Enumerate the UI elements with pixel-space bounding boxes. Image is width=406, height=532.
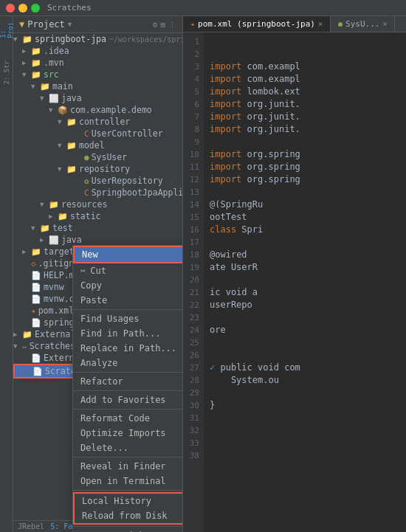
line-number: 18 [183, 249, 199, 261]
code-text: @ [210, 199, 215, 210]
tree-label: .idea [44, 46, 69, 56]
java-source-icon: ⬜ [49, 235, 59, 245]
context-menu-item-analyze[interactable]: Analyze ▶ [73, 356, 183, 370]
md-icon: 📄 [31, 271, 41, 280]
tree-item-idea[interactable]: ▶ 📁 .idea [13, 45, 182, 57]
tree-item-test[interactable]: ▼ 📁 test [13, 222, 182, 234]
tree-label: resources [61, 199, 107, 210]
tree-label: mvnw [44, 282, 64, 292]
context-menu-item-localhistory[interactable]: Local History ▶ [75, 494, 183, 508]
sidebar-icon-structure[interactable]: 2: Str [1, 58, 13, 88]
find-usages-label: Find Usages [80, 314, 139, 324]
tree-item-userrepo[interactable]: ✿ UserRepository [13, 175, 182, 187]
tab-close-icon[interactable]: × [382, 20, 387, 28]
line-number: 23 [183, 311, 199, 324]
code-content: 1 2 3 4 5 6 7 8 9 10 11 12 13 14 15 16 1… [183, 32, 406, 532]
code-line: @owired [210, 249, 400, 261]
tree-item-test-java[interactable]: ▶ ⬜ java [13, 234, 182, 246]
tree-item-repository[interactable]: ▼ 📁 repository [13, 163, 182, 175]
tree-item-controller[interactable]: ▼ 📁 controller [13, 116, 182, 128]
tree-item-src[interactable]: ▼ 📁 src [13, 69, 182, 80]
line-number: 8 [183, 123, 199, 136]
java-file-icon: C [84, 188, 89, 198]
context-menu-item-copy[interactable]: Copy [73, 278, 183, 293]
context-menu-item-reformat[interactable]: Reformat Code ⌥⌘L [73, 411, 183, 426]
context-menu-item-addfavorites[interactable]: Add to Favorites ▶ [73, 393, 183, 407]
code-line: ore [210, 324, 400, 336]
context-menu-item-new[interactable]: New ▶ [73, 246, 183, 263]
tree-item-springboot[interactable]: ▼ 📁 springboot-jpa ~/workspaces/springbo… [13, 33, 182, 45]
annotation: @ [210, 249, 215, 260]
expand-icon[interactable]: ⊞ [160, 20, 165, 30]
title-bar: Scratches [0, 0, 406, 16]
close-button[interactable] [6, 4, 15, 13]
tree-item-mvn[interactable]: ▶ 📁 .mvn [13, 57, 182, 69]
maximize-button[interactable] [31, 4, 40, 13]
tree-item-resources[interactable]: ▼ 📁 resources [13, 198, 182, 210]
tree-item-sysuser[interactable]: ● SysUser [13, 151, 182, 163]
gear-icon[interactable]: ⚙ [153, 20, 158, 30]
tree-item-main[interactable]: ▼ 📁 main [13, 80, 182, 92]
context-menu-item-findinpath[interactable]: Find in Path... [73, 326, 183, 341]
tree-label: pom.xml [38, 305, 74, 316]
cut-label: Cut [90, 266, 106, 276]
expand-arrow: ▼ [49, 106, 58, 114]
context-menu-item-reloaddisk[interactable]: Reload from Disk [75, 508, 183, 523]
code-line: import org.spring [210, 173, 400, 186]
keyword: import [210, 99, 241, 109]
tree-item-java[interactable]: ▼ ⬜ java [13, 92, 182, 104]
line-number: 33 [183, 437, 199, 449]
tree-item-package[interactable]: ▼ 📦 com.example.demo [13, 104, 182, 116]
tree-label: test [52, 223, 73, 233]
tree-item-usercontroller[interactable]: C UserController [13, 128, 182, 139]
expand-arrow: ▶ [13, 331, 22, 338]
expand-arrow: ▶ [22, 47, 31, 55]
delete-label: Delete... [80, 443, 128, 453]
tab-sysuser[interactable]: ● SysU... × [331, 16, 395, 32]
expand-arrow: ▼ [58, 165, 66, 173]
line-number: 4 [183, 73, 199, 86]
project-panel: ▼ Project ▼ ⚙ ⊞ ⋮ ▼ 📁 springboot-jpa ~/w… [13, 16, 183, 532]
more-icon[interactable]: ⋮ [168, 20, 176, 30]
sidebar-icon-project[interactable]: 1:Proj [1, 19, 13, 41]
context-menu-item-optimizeimports[interactable]: Optimize Imports ^⌥O [73, 426, 183, 441]
context-menu-item-replaceinpath[interactable]: Replace in Path... ⇧⌘R [73, 341, 183, 356]
reload-disk-label: Reload from Disk [82, 511, 168, 521]
reformat-label: Reformat Code [80, 413, 150, 424]
expand-arrow: ▶ [22, 248, 31, 255]
code-line: import lombok.ext [210, 86, 400, 98]
menu-item-label: Replace in Path... [80, 343, 176, 353]
tree-item-model[interactable]: ▼ 📁 model [13, 139, 182, 151]
folder-icon: 📁 [66, 117, 77, 127]
package-icon: 📦 [58, 106, 68, 115]
code-line: ate UserR [210, 261, 400, 274]
context-menu-item-refactor[interactable]: Refactor ▶ [73, 374, 183, 389]
code-editor-text[interactable]: import com.exampl import com.exampl impo… [204, 32, 406, 532]
menu-item-label: Paste [80, 295, 107, 305]
folder-icon: 📁 [22, 35, 32, 44]
line-number: 10 [183, 148, 199, 161]
context-menu-item-delete[interactable]: Delete... [73, 441, 183, 455]
tab-pomxml[interactable]: ✦ pom.xml (springboot-jpa) × [183, 16, 331, 32]
code-line [210, 35, 400, 48]
jrebel-label: JRebel [18, 522, 44, 531]
file-icon: 📄 [31, 294, 41, 304]
context-menu-item-openterminal[interactable]: Open in Terminal [73, 474, 183, 488]
tree-item-static[interactable]: ▶ 📁 static [13, 210, 182, 222]
tab-close-icon[interactable]: × [318, 20, 323, 28]
keyword: import [210, 124, 241, 134]
code-line: import org.junit. [210, 123, 400, 136]
keyword: class [210, 224, 236, 235]
line-number: 5 [183, 86, 199, 98]
window-controls[interactable] [6, 4, 40, 13]
expand-arrow: ▼ [31, 83, 40, 90]
open-terminal-label: Open in Terminal [80, 476, 166, 486]
context-menu-item-paste[interactable]: Paste ⌘V [73, 293, 183, 308]
context-menu-item-findusages[interactable]: Find Usages ⌥F7 [73, 311, 183, 326]
code-line [210, 311, 400, 324]
context-menu-item-comparewith[interactable]: Compare With... ⌘D [73, 528, 183, 532]
minimize-button[interactable] [18, 4, 27, 13]
context-menu-item-cut[interactable]: ✂ Cut ⌘X [73, 263, 183, 278]
context-menu-item-revealfinder[interactable]: Reveal in Finder [73, 459, 183, 474]
tree-item-springapp[interactable]: C SpringbootJpaApplication [13, 187, 182, 198]
